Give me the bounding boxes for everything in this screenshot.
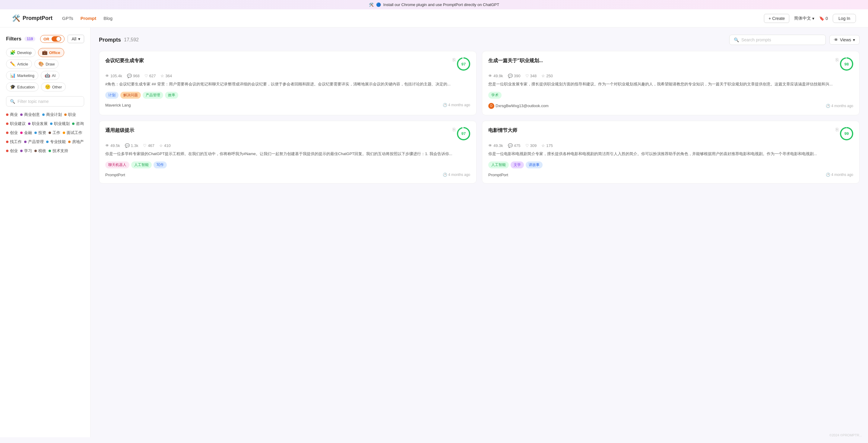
comments-stat: 💬390 [508, 73, 521, 78]
card-stats: 👁49.5k 💬1.3k ♡467 ☆410 [105, 143, 470, 148]
topic-tag[interactable]: 产品管理 [24, 139, 44, 145]
chip-office[interactable]: 💼 Office [38, 48, 64, 57]
chip-marketing-label: Marketing [17, 73, 34, 78]
stars-stat: ☆250 [541, 73, 553, 78]
card-stats: 👁105.4k 💬968 ♡627 ☆364 [105, 73, 470, 78]
or-label: OR [43, 37, 50, 41]
navbar-right: + Create 简体中文 ▾ 🔖 0 Log In [764, 14, 856, 23]
prompt-card[interactable]: 生成一篇关于"职业规划... ⎘ 98 👁49.9k 💬390 ♡348 ☆25… [482, 51, 860, 115]
chip-develop[interactable]: 🧩 Develop [6, 48, 36, 57]
score-circle: 99 [840, 127, 853, 140]
topic-tag[interactable]: 职业 [64, 111, 76, 118]
card-description: 你是一位多学科专家级的ChatGPT提示工程师。在我们的互动中，你将称呼我为#N… [105, 151, 470, 157]
bookmark-button[interactable]: 🔖 0 [819, 16, 828, 21]
filter-topic-input[interactable] [18, 99, 80, 104]
card-stats: 👁49.3k 💬475 ♡309 ☆175 [488, 143, 853, 148]
topic-tag[interactable]: 技术支持 [49, 148, 68, 154]
topic-tag[interactable]: 职业发展 [28, 120, 48, 127]
eye-stat-icon: 👁 [105, 73, 109, 78]
login-button[interactable]: Log In [833, 14, 856, 23]
card-tag[interactable]: 人工智能 [488, 161, 509, 168]
star-icon: ☆ [541, 143, 545, 148]
likes-stat: ♡467 [143, 143, 154, 148]
card-stats: 👁49.9k 💬390 ♡348 ☆250 [488, 73, 853, 78]
topic-tag[interactable]: 咨询 [72, 120, 84, 127]
draw-icon: 🎨 [38, 61, 44, 67]
logo[interactable]: 🛠️ PromptPort [12, 14, 53, 22]
topic-tag[interactable]: 税收 [34, 148, 46, 154]
chip-education[interactable]: 🎓 Education [6, 82, 39, 91]
card-tag[interactable]: 解决问题 [120, 92, 141, 99]
copy-icon[interactable]: ⎘ [453, 127, 456, 132]
search-input[interactable] [741, 37, 821, 42]
topic-tag[interactable]: 工作 [49, 129, 60, 136]
topic-tag[interactable]: 创业 [6, 148, 18, 154]
topic-tag[interactable]: 商业创意 [20, 111, 40, 118]
prompt-card[interactable]: 电影情节大师 ⎘ 99 👁49.3k 💬475 ♡309 ☆175 你是一位电影… [482, 121, 860, 183]
copy-icon[interactable]: ⎘ [453, 57, 456, 63]
chrome-icon: 🔵 [376, 2, 381, 7]
score-value: 99 [841, 128, 852, 139]
topic-tag[interactable]: 职业建议 [6, 120, 26, 127]
all-dropdown[interactable]: All ▾ [67, 35, 84, 43]
filters-title: Filters [6, 36, 22, 42]
card-time: 🕐 4 months ago [826, 173, 853, 177]
card-tag[interactable]: 写作 [154, 161, 167, 168]
topic-tag[interactable]: 职业规划 [50, 120, 70, 127]
banner-text: Install our Chrome plugin and use Prompt… [383, 2, 499, 7]
views-stat: 👁49.3k [488, 143, 503, 148]
nav-prompt[interactable]: Prompt [81, 16, 96, 21]
star-icon: ☆ [159, 143, 163, 148]
watermark: ©2024 ©PROMPTR... [829, 433, 862, 437]
top-banner: 🛠️ 🔵 Install our Chrome plugin and use P… [0, 0, 868, 9]
copy-icon[interactable]: ⎘ [836, 57, 839, 63]
views-button[interactable]: 👁 Views ▾ [829, 35, 860, 45]
card-tag[interactable]: 学术 [488, 92, 501, 99]
card-tag[interactable]: 效率 [165, 92, 178, 99]
language-button[interactable]: 简体中文 ▾ [794, 16, 814, 21]
chip-develop-label: Develop [17, 50, 32, 55]
logo-text: PromptPort [23, 15, 53, 22]
card-tag[interactable]: 计划 [105, 92, 119, 99]
toggle-switch[interactable] [52, 36, 61, 42]
topic-tag[interactable]: 创业 [6, 129, 18, 136]
prompt-card[interactable]: 会议纪要生成专家 ⎘ 97 👁105.4k 💬968 ♡627 ☆364 #角色… [99, 51, 476, 115]
topic-tag[interactable]: 商业 [6, 111, 18, 118]
topic-tag[interactable]: 找工作 [6, 139, 22, 145]
likes-stat: ♡348 [525, 73, 537, 78]
prompts-label: Prompts [99, 37, 121, 43]
card-tag[interactable]: 人工智能 [131, 161, 152, 168]
chip-other-label: Other [52, 85, 62, 89]
chip-article[interactable]: ✏️ Article [6, 59, 32, 68]
topic-tag[interactable]: 投资 [34, 129, 46, 136]
chip-ai[interactable]: 🤖 AI [41, 71, 59, 80]
eye-stat-icon: 👁 [488, 143, 492, 148]
chip-other[interactable]: 🙂 Other [41, 82, 66, 91]
topic-tag[interactable]: 学习 [20, 148, 32, 154]
card-tag[interactable]: 聊天机器人 [105, 161, 129, 168]
card-author: DDxrsgBwWxg13@outlook.com [488, 103, 549, 109]
topic-tag[interactable]: 专业技能 [46, 139, 66, 145]
stars-stat: ☆364 [160, 73, 172, 78]
nav-blog[interactable]: Blog [103, 16, 113, 21]
topic-tag[interactable]: 金融 [20, 129, 32, 136]
or-toggle[interactable]: OR [40, 35, 65, 43]
chip-ai-label: AI [52, 73, 56, 78]
card-tag[interactable]: 讲故事 [526, 161, 542, 168]
card-tag[interactable]: 文学 [510, 161, 524, 168]
office-icon: 💼 [42, 50, 48, 55]
chip-marketing[interactable]: 📊 Marketing [6, 71, 38, 80]
ai-icon: 🤖 [44, 73, 50, 78]
create-button[interactable]: + Create [764, 14, 789, 23]
topic-tag[interactable]: 面试工作 [63, 129, 82, 136]
card-tag[interactable]: 产品管理 [143, 92, 163, 99]
copy-icon[interactable]: ⎘ [836, 127, 839, 132]
prompt-card[interactable]: 通用超级提示 ⎘ 97 👁49.5k 💬1.3k ♡467 ☆410 你是一位多… [99, 121, 476, 183]
topic-tag[interactable]: 房地产 [68, 139, 84, 145]
views-stat: 👁105.4k [105, 73, 122, 78]
topic-tag[interactable]: 商业计划 [42, 111, 62, 118]
cards-grid: 会议纪要生成专家 ⎘ 97 👁105.4k 💬968 ♡627 ☆364 #角色… [99, 51, 860, 183]
nav-gpts[interactable]: GPTs [62, 16, 73, 21]
chip-draw[interactable]: 🎨 Draw [34, 59, 59, 68]
stars-stat: ☆410 [159, 143, 171, 148]
